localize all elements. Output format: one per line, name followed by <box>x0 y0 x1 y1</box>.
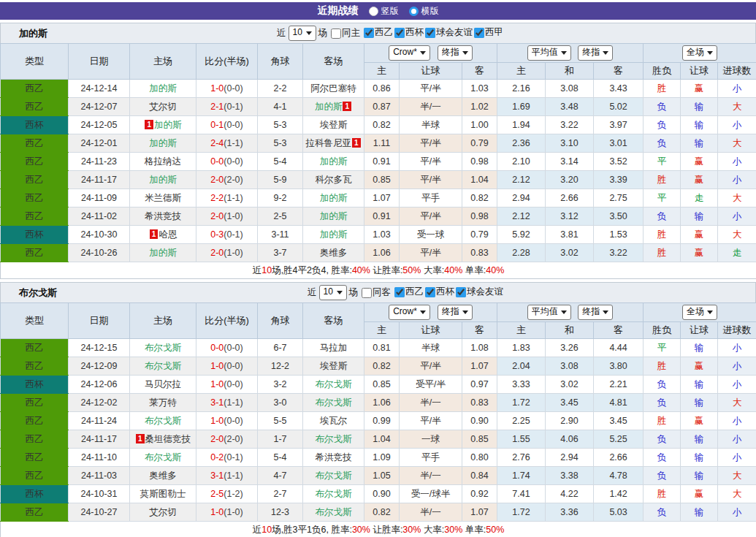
match-row: 西乙 24-11-23 格拉纳达 0-0(0-0) 5-4 加的斯 0.91 平… <box>1 153 756 171</box>
avg-draw-odds: 4.22 <box>546 485 594 503</box>
bookmaker-select[interactable]: Crow* <box>389 305 429 318</box>
same-venue-label: 同主 <box>342 27 360 39</box>
team-name-text: 莫斯图勒士 <box>140 489 186 499</box>
league-filter-checkbox[interactable] <box>394 287 405 297</box>
league-filter-checkbox[interactable] <box>425 28 435 38</box>
bookmaker-select-wrap: Crow* <box>389 305 430 320</box>
team-name-text: 布尔戈斯 <box>145 361 181 371</box>
match-row: 西乙 24-12-09 布尔戈斯 1-0(0-0) 12-2 埃登斯 0.82 … <box>1 357 756 376</box>
average-stage-select[interactable]: 终指 <box>579 305 612 318</box>
league-filter-checkbox[interactable] <box>456 287 466 297</box>
league-filter[interactable]: 西杯 <box>393 26 424 39</box>
match-date: 24-11-09 <box>69 189 130 207</box>
team-section: 加的斯 近 10 场 同主 西乙西杯球会友谊西甲 类型 日期 主场 比分(半场) <box>0 23 756 279</box>
team-name-text: 希洪竞技 <box>145 211 181 221</box>
league-filter-checkbox[interactable] <box>394 28 405 38</box>
rank-badge: 1 <box>145 120 153 129</box>
corners-cell: 2-2 <box>258 80 303 98</box>
odds-stage-select[interactable]: 终指 <box>438 305 472 318</box>
match-count-select[interactable]: 10 <box>289 26 316 39</box>
fulltime-select[interactable]: 全场 <box>683 46 717 58</box>
subcol-odds-home: 主 <box>364 322 400 339</box>
avg-home-odds: 2.10 <box>497 153 546 171</box>
horizontal-layout-radio[interactable] <box>409 7 419 16</box>
match-row: 西乙 24-12-01 加的斯 2-4(1-1) 5-3 拉科鲁尼亚1 1.11… <box>1 134 756 153</box>
match-date: 24-10-27 <box>69 503 130 522</box>
score-cell: 0-1(0-0) <box>196 116 258 134</box>
match-row: 西杯 24-10-30 1哈恩 0-3(0-1) 3-11 加的斯 1.03 受… <box>1 226 756 244</box>
section-header: 布尔戈斯 近 10 场 同客 西乙西杯球会友谊 <box>0 282 756 302</box>
league-filter-checkbox[interactable] <box>364 28 374 38</box>
result-handicap: 输 <box>681 376 718 394</box>
average-select[interactable]: 平均值 <box>528 46 570 58</box>
match-row: 西乙 24-12-02 莱万特 3-1(1-1) 3-0 布尔戈斯 1.06 半… <box>1 394 756 412</box>
handicap-line: 受一/球半 <box>400 485 462 503</box>
subcol-avg-away: 客 <box>594 63 644 80</box>
halftime-score: (1-0) <box>224 211 243 221</box>
average-stage-select[interactable]: 终指 <box>579 46 612 58</box>
league-filter[interactable]: 西甲 <box>473 26 503 39</box>
matches-table: 类型 日期 主场 比分(半场) 角球 客场 Crow* 终指 平均值 终指 全场 <box>0 302 756 537</box>
odds-group-average: 平均值 终指 <box>497 303 644 322</box>
home-team-cell: 希洪竞技 <box>130 207 196 226</box>
fulltime-select[interactable]: 全场 <box>683 305 717 318</box>
vertical-layout-radio[interactable] <box>369 7 378 16</box>
avg-draw-odds: 3.36 <box>546 503 594 522</box>
subcol-handicap-result: 让球 <box>681 63 718 80</box>
fulltime-score: 0-1 <box>210 120 224 130</box>
avg-draw-odds: 2.90 <box>546 412 594 430</box>
halftime-score: (0-0) <box>224 379 243 389</box>
avg-away-odds: 3.39 <box>594 171 644 189</box>
layout-radio-horizontal[interactable]: 横版 <box>409 5 439 18</box>
layout-radio-vertical[interactable]: 竖版 <box>369 5 399 18</box>
home-team-cell: 1桑坦德竞技 <box>130 430 196 449</box>
home-team-cell: 布尔戈斯 <box>130 357 196 376</box>
league-filter-checkbox[interactable] <box>425 287 435 297</box>
avg-away-odds: 2.75 <box>594 189 644 207</box>
league-type-cell: 西乙 <box>1 171 69 189</box>
score-cell: 2-1(0-1) <box>196 98 258 116</box>
same-venue-checkbox[interactable] <box>362 288 372 298</box>
col-corner: 角球 <box>258 303 303 339</box>
team-name-text: 布尔戈斯 <box>316 489 352 499</box>
league-filter[interactable]: 西乙 <box>362 26 393 39</box>
same-venue-checkbox[interactable] <box>331 28 341 39</box>
halftime-score: (2-0) <box>224 175 243 185</box>
corners-cell: 2-5 <box>258 207 303 226</box>
result-handicap: 输 <box>681 467 718 485</box>
away-odds: 1.00 <box>462 116 497 134</box>
same-venue-filter[interactable]: 同客 <box>360 286 391 299</box>
score-cell: 0-3(0-1) <box>196 226 258 244</box>
league-filter[interactable]: 球会友谊 <box>424 26 473 39</box>
home-odds: 1.11 <box>364 134 400 153</box>
team-name-text: 阿尔巴塞特 <box>310 83 356 94</box>
average-select[interactable]: 平均值 <box>528 305 570 318</box>
away-team-cell: 拉科鲁尼亚1 <box>303 134 364 153</box>
league-filter[interactable]: 球会友谊 <box>454 286 503 298</box>
away-team-cell: 加的斯 <box>303 189 364 207</box>
same-venue-filter[interactable]: 同主 <box>329 27 360 39</box>
match-count-select[interactable]: 10 <box>320 286 346 298</box>
avg-draw-odds: 3.81 <box>546 226 594 244</box>
result-goals: 小 <box>718 430 756 449</box>
result-handicap: 赢 <box>681 226 718 244</box>
handicap-line: 平/半 <box>400 357 462 376</box>
bookmaker-select[interactable]: Crow* <box>389 46 429 58</box>
odds-stage-select[interactable]: 终指 <box>438 46 472 58</box>
result-handicap: 赢 <box>681 244 718 262</box>
home-team-cell: 奥维多 <box>130 467 196 485</box>
corners-cell: 4-1 <box>258 98 303 116</box>
away-odds: 0.98 <box>462 207 497 226</box>
corners-cell: 9-2 <box>258 189 303 207</box>
team-name-text: 加的斯 <box>320 211 348 221</box>
league-filter[interactable]: 西乙 <box>393 286 424 298</box>
team-name-text: 艾尔切 <box>149 102 177 112</box>
league-filter-checkbox[interactable] <box>474 28 484 38</box>
team-name-text: 格拉纳达 <box>145 156 181 167</box>
home-team-cell: 布尔戈斯 <box>130 339 196 357</box>
match-row: 西杯 24-12-05 1加的斯 0-1(0-0) 5-3 埃登斯 0.82 半… <box>1 116 756 134</box>
team-title: 加的斯 <box>19 27 47 40</box>
home-team-cell: 米兰德斯 <box>130 189 196 207</box>
home-odds: 0.91 <box>364 207 400 226</box>
league-filter[interactable]: 西杯 <box>424 286 454 298</box>
